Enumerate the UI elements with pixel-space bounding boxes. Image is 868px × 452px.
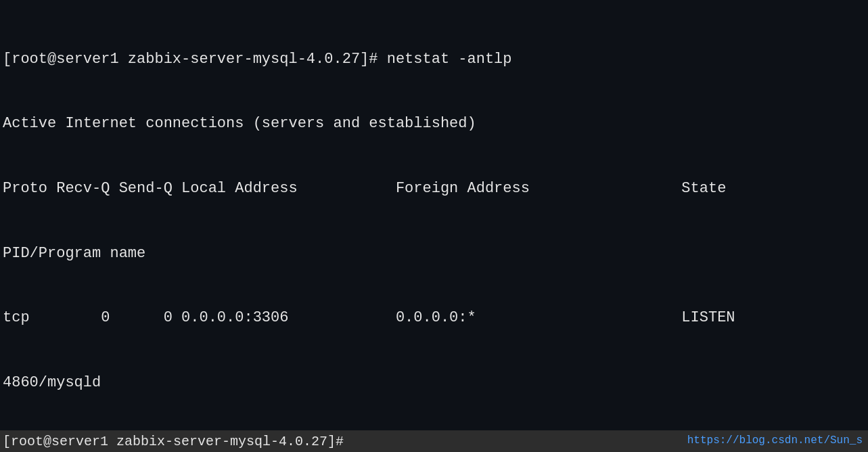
terminal-content: [root@server1 zabbix-server-mysql-4.0.27… (3, 5, 868, 452)
line-tcp1a: tcp 0 0 0.0.0.0:3306 0.0.0.0:* LISTEN (3, 307, 868, 329)
bottom-prompt: [root@server1 zabbix-server-mysql-4.0.27… (0, 432, 344, 451)
line-cmd: [root@server1 zabbix-server-mysql-4.0.27… (3, 49, 868, 70)
line-tcp1b: 4860/mysqld (3, 372, 868, 394)
line-active: Active Internet connections (servers and… (3, 113, 868, 135)
line-pid-header: PID/Program name (3, 243, 868, 265)
line-header: Proto Recv-Q Send-Q Local Address Foreig… (3, 178, 868, 200)
terminal-window: [root@server1 zabbix-server-mysql-4.0.27… (0, 0, 868, 452)
bottom-bar: [root@server1 zabbix-server-mysql-4.0.27… (0, 430, 868, 452)
bottom-url: https://blog.csdn.net/Sun_s (687, 433, 868, 449)
